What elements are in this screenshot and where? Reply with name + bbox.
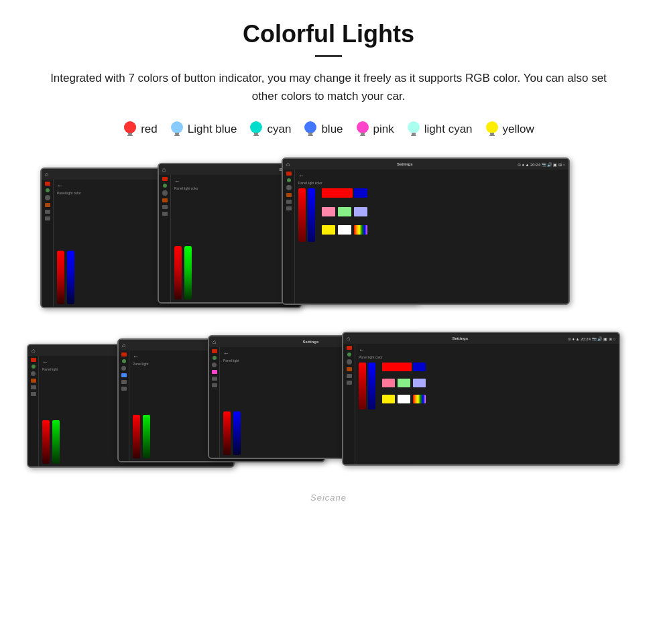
- page-title: Colorful Lights: [27, 20, 630, 48]
- bulb-icon-pink: [355, 120, 370, 139]
- title-divider: [315, 55, 342, 57]
- svg-point-4: [171, 121, 183, 133]
- bulb-icon-cyan: [249, 120, 263, 139]
- svg-rect-20: [490, 133, 494, 135]
- svg-rect-12: [308, 135, 313, 136]
- svg-rect-15: [360, 135, 365, 136]
- svg-point-16: [408, 121, 420, 133]
- color-item-lightblue: Light blue: [170, 120, 237, 139]
- svg-rect-14: [361, 133, 365, 135]
- svg-rect-18: [411, 135, 416, 136]
- svg-rect-11: [308, 133, 312, 135]
- bulb-icon-red: [123, 120, 137, 139]
- svg-rect-2: [127, 135, 133, 136]
- color-item-red: red: [123, 120, 158, 139]
- bulb-icon-lightcyan: [406, 120, 421, 139]
- svg-rect-6: [174, 135, 180, 136]
- svg-point-19: [486, 121, 498, 133]
- color-label-lightcyan: light cyan: [424, 123, 473, 136]
- color-label-lightblue: Light blue: [188, 123, 237, 136]
- bulb-icon-yellow: [485, 120, 499, 139]
- color-item-blue: blue: [303, 120, 343, 139]
- color-item-lightcyan: light cyan: [406, 120, 473, 139]
- device-screen-7: ⌂ Settings ⊙ ♦ ▲ 20:24 📷 🔊 ▣ ⊞ ○ ← Panel…: [342, 332, 620, 466]
- bulb-icon-lightblue: [170, 120, 184, 139]
- color-item-yellow: yellow: [485, 120, 534, 139]
- color-label-pink: pink: [373, 123, 394, 136]
- svg-point-3: [124, 121, 136, 133]
- screens-row-2: ⌂ Settings ⚙ ✦ ← Panel light: [27, 332, 630, 479]
- watermark: Seicane: [27, 493, 630, 503]
- color-label-cyan: cyan: [267, 123, 291, 136]
- svg-rect-17: [412, 133, 416, 135]
- color-item-cyan: cyan: [249, 120, 291, 139]
- color-item-pink: pink: [355, 120, 394, 139]
- svg-rect-5: [175, 133, 179, 135]
- color-label-yellow: yellow: [503, 123, 534, 136]
- device-screen-3: ⌂ Settings ⊙ ♦ ▲ 20:24 📷 🔊 ▣ ⊞ ○ ← Panel…: [282, 157, 570, 305]
- color-label-red: red: [141, 123, 158, 136]
- page-container: Colorful Lights Integrated with 7 colors…: [0, 0, 657, 523]
- screens-row-1: ⌂ Settings ⚙ ✦ ← Panel light color: [40, 157, 617, 312]
- svg-point-13: [357, 121, 369, 133]
- svg-point-7: [250, 121, 262, 133]
- svg-rect-8: [254, 133, 258, 135]
- bulb-icon-blue: [303, 120, 318, 139]
- svg-rect-21: [489, 135, 495, 136]
- svg-rect-9: [253, 135, 259, 136]
- description: Integrated with 7 colors of button indic…: [40, 69, 617, 105]
- color-indicators-row: red Light blue cyan: [27, 120, 630, 139]
- color-label-blue: blue: [321, 123, 343, 136]
- svg-point-10: [304, 121, 316, 133]
